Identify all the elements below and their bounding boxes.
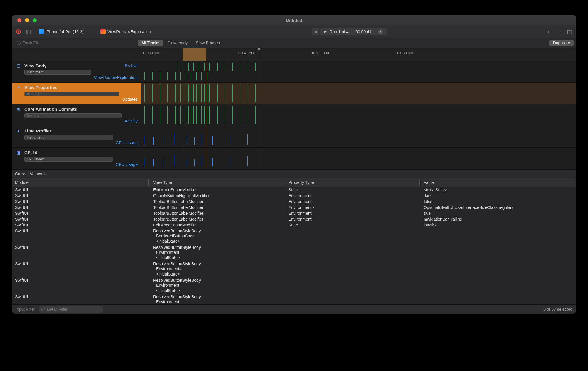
display-icon[interactable]: ▭	[557, 28, 562, 35]
prev-run-button[interactable]: ◀	[312, 28, 319, 35]
table-row[interactable]: SwiftUIToolbarButtonLabelModifierEnviron…	[12, 216, 576, 222]
chevron-right-icon: 〉	[89, 29, 94, 34]
cell-proptype: BorderedButtonSpec	[153, 233, 285, 239]
cell-viewtype: ResolvedButtonStyleBodyEnvironment<initi…	[150, 294, 285, 304]
tab-slow-frames[interactable]: Slow Frames	[192, 40, 223, 46]
track-sub2[interactable]: Updates	[122, 97, 138, 102]
cell-value: <initialState>	[153, 255, 283, 260]
table-row[interactable]: SwiftUIEditModeScopeModifierStateinactiv…	[12, 222, 576, 228]
chevron-updown-icon: ⇅	[43, 172, 46, 176]
app-chip[interactable]: ViewRedrawExploration	[98, 28, 153, 35]
cell-value: true	[421, 211, 576, 216]
sidebar-toggle-icon[interactable]: ◫	[567, 28, 572, 35]
track-row[interactable]: ●Time ProfilerInstrumentCPU Usage	[12, 126, 576, 148]
tab-slow-body[interactable]: Slow .body	[164, 40, 191, 46]
app-label: ViewRedrawExploration	[107, 29, 151, 34]
table-row[interactable]: SwiftUIResolvedButtonStyleBodyEnvironmen…	[12, 261, 576, 277]
cell-value: Optional(SwiftUI.UserInterfaceSizeClass.…	[421, 205, 576, 210]
run-pill[interactable]: ▶ Run 1 of 4 | 00:00:41 i	[320, 28, 387, 35]
cell-proptype: Environment	[153, 250, 285, 255]
run-label: Run 1 of 4	[330, 29, 349, 34]
cell-viewtype: EditModeScopeModifier	[150, 187, 285, 192]
table-row[interactable]: SwiftUIEditModeScopeModifierState<initia…	[12, 187, 576, 193]
table-row[interactable]: SwiftUIResolvedButtonStyleBodyEnvironmen…	[12, 277, 576, 294]
track-icon: ◈	[16, 85, 21, 102]
cell-proptype: State	[285, 222, 421, 228]
track-sub2[interactable]: ViewRedrawExploration	[94, 75, 138, 80]
track-row[interactable]: ▣CPU 0CPU IndexCPU Usage	[12, 148, 576, 169]
track-canvas[interactable]	[141, 126, 576, 147]
detail-filter-label: Detail Filter	[47, 307, 68, 312]
run-selector: ◀ ▶ Run 1 of 4 | 00:00:41 i	[312, 28, 387, 35]
cell-viewtype: ResolvedButtonStyleBodyEnvironment<initi…	[150, 278, 285, 293]
track-name: Time Profiler	[24, 128, 113, 133]
info-icon[interactable]: i	[378, 29, 383, 34]
cell-value: navigationBarTrailing	[421, 216, 576, 222]
tick-2: 01:30.000	[397, 51, 414, 55]
track-filter-placeholder: Track Filter	[23, 41, 42, 45]
track-sub2[interactable]: CPU Usage	[116, 162, 138, 167]
track-badge: Instrument	[24, 92, 119, 96]
track-sub1[interactable]: SwiftUI	[125, 63, 138, 68]
track-canvas[interactable]	[141, 61, 576, 82]
track-row[interactable]: ◉Core Animation CommitsInstrumentActivit…	[12, 104, 576, 126]
cell-viewtype: OpacityButtonHighlightModifier	[150, 193, 285, 198]
cell-viewtype: ResolvedButtonStyleBodyEnvironment><init…	[150, 261, 285, 277]
detail-filter[interactable]: Detail Filter	[39, 306, 103, 313]
playhead[interactable]	[259, 48, 259, 61]
table-row[interactable]: SwiftUIOpacityButtonHighlightModifierEnv…	[12, 193, 576, 199]
track-icon: ▢	[16, 63, 21, 80]
right-tools: ＋ ▭ ◫	[546, 28, 572, 35]
track-name: View Body	[24, 63, 91, 68]
col-proptype[interactable]: Property Type	[285, 178, 421, 187]
track-name: Core Animation Commits	[24, 107, 122, 112]
track-badge: Instrument	[24, 113, 122, 118]
cell-value: <initialState>	[153, 239, 283, 244]
selection-region[interactable]	[183, 48, 206, 61]
col-viewtype[interactable]: View Type	[150, 178, 285, 187]
pause-button[interactable]: ❚❚	[25, 29, 33, 34]
device-label: iPhone 14 Pro (16.2)	[46, 29, 83, 34]
track-row[interactable]: ◈View PropertiesInstrumentUpdates	[12, 83, 576, 104]
detail-table: Module View Type Property Type Value Swi…	[12, 178, 576, 304]
table-row[interactable]: SwiftUIToolbarButtonLabelModifierEnviron…	[12, 204, 576, 210]
detail-dropdown[interactable]: Current Values ⇅	[12, 169, 576, 178]
cell-value: inactive	[421, 222, 576, 228]
tick-0: 00:00.000	[143, 51, 160, 55]
record-button[interactable]	[16, 29, 21, 34]
cell-value: <initialState>	[153, 271, 283, 277]
track-filter-input[interactable]: Track Filter	[14, 40, 135, 46]
tracks-area: ▢View BodyInstrumentSwiftUIViewRedrawExp…	[12, 61, 576, 169]
track-row[interactable]: ▢View BodyInstrumentSwiftUIViewRedrawExp…	[12, 61, 576, 83]
tab-all-tracks[interactable]: All Tracks	[138, 40, 163, 46]
track-sub2[interactable]: Activity	[125, 119, 138, 123]
cell-module: SwiftUI	[12, 294, 150, 304]
duplicate-button[interactable]: Duplicate	[549, 40, 574, 46]
run-time: 00:00:41	[355, 29, 372, 34]
tick-1: 01:00.000	[312, 51, 329, 55]
track-sub2[interactable]: CPU Usage	[116, 140, 138, 145]
cell-viewtype: ToolbarButtonLabelModifier	[150, 205, 285, 210]
col-module[interactable]: Module	[12, 178, 150, 187]
track-canvas[interactable]	[141, 148, 576, 169]
track-canvas[interactable]	[141, 104, 576, 126]
titlebar: Untitled	[12, 15, 576, 26]
play-icon: ▶	[324, 30, 327, 33]
track-icon: ◉	[16, 107, 21, 123]
track-canvas[interactable]	[141, 83, 576, 104]
cell-module: SwiftUI	[12, 199, 150, 204]
selection-status: 0 of 57 selected	[543, 307, 572, 312]
cell-module: SwiftUI	[12, 193, 150, 198]
device-chip[interactable]: iPhone 14 Pro (16.2)	[37, 28, 85, 35]
col-value[interactable]: Value	[421, 178, 576, 187]
table-row[interactable]: SwiftUIResolvedButtonStyleBodyBorderedBu…	[12, 228, 576, 244]
table-body[interactable]: SwiftUIEditModeScopeModifierState<initia…	[12, 187, 576, 304]
add-button[interactable]: ＋	[546, 28, 551, 35]
timeline-ruler[interactable]: 00:00.000 00:41.206 01:00.000 01:30.000	[12, 48, 576, 61]
table-row[interactable]: SwiftUIResolvedButtonStyleBodyEnvironmen…	[12, 294, 576, 304]
table-row[interactable]: SwiftUIToolbarButtonLabelModifierEnviron…	[12, 199, 576, 204]
input-filter[interactable]: Input Filter	[16, 307, 35, 312]
table-row[interactable]: SwiftUIResolvedButtonStyleBodyEnvironmen…	[12, 244, 576, 261]
table-row[interactable]: SwiftUIToolbarButtonLabelModifierEnviron…	[12, 210, 576, 216]
cell-module: SwiftUI	[12, 278, 150, 293]
